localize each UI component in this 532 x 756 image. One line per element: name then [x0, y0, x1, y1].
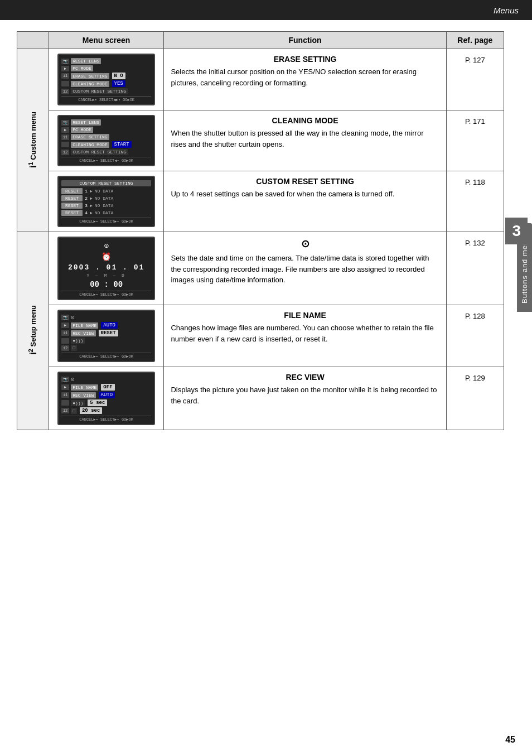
page-number: 45 [505, 735, 515, 745]
cam-footer: CANCEL▶▪ SELECT◀▶▪ GO▶OK [61, 96, 151, 102]
cam-icon: 📷 [61, 59, 69, 64]
i2-icon: i2 [61, 89, 69, 94]
cleaning-mode-ref: P. 171 [446, 110, 504, 171]
table-row: i1 Custom menu 📷 RESET LENS ▶ PC MODE [17, 49, 504, 110]
date-time-func: ⊙ Sets the date and time on the camera. … [164, 232, 446, 305]
table-row: i2 Setup menu ⊙ ⏰ 2003 . 01 . 01 Y — M —… [17, 232, 504, 305]
erase-setting-ref: P. 127 [446, 49, 504, 110]
col-function: Function [164, 32, 446, 49]
main-table: Menu screen Function Ref. page i1 Custom… [17, 31, 504, 430]
date-time-screen: ⊙ ⏰ 2003 . 01 . 01 Y — M — D 00 : 00 CAN… [49, 232, 164, 305]
header-title: Menus [494, 6, 519, 15]
date-time-ref: P. 132 [446, 232, 504, 305]
rec-view-ref: P. 129 [446, 367, 504, 430]
table-row: 📷 ⊙ ▶ FILE NAME OFF i1 REC VIEW AUTO [17, 367, 504, 430]
table-row: CUSTOM RESET SETTING RESET 1 ▶ NO DATA R… [17, 171, 504, 232]
chapter-number: 3 [505, 218, 528, 244]
file-name-screen: 📷 ⊙ ▶ FILE NAME AUTO i1 REC VIEW RESET [49, 305, 164, 367]
setup-menu-label: i2 Setup menu [27, 305, 38, 355]
rec-view-func: REC VIEW Displays the picture you have j… [164, 367, 446, 430]
erase-setting-screen: 📷 RESET LENS ▶ PC MODE i1 ERASE SETTING … [49, 49, 164, 110]
col-ref-page: Ref. page [446, 32, 504, 49]
file-name-ref: P. 128 [446, 305, 504, 367]
section-label-cell: i1 Custom menu [17, 49, 49, 232]
col-section [17, 32, 49, 49]
file-name-func: FILE NAME Changes how image files are nu… [164, 305, 446, 367]
custom-menu-label: i1 Custom menu [27, 112, 38, 168]
custom-reset-ref: P. 118 [446, 171, 504, 232]
table-row: 📷 ⊙ ▶ FILE NAME AUTO i1 REC VIEW RESET [17, 305, 504, 367]
table-row: 📷 RESET LENS ▶ PC MODE i1 ERASE SETTING [17, 110, 504, 171]
erase-setting-func: ERASE SETTING Selects the initial cursor… [164, 49, 446, 110]
setup-section-label-cell: i2 Setup menu [17, 232, 49, 430]
custom-reset-screen: CUSTOM RESET SETTING RESET 1 ▶ NO DATA R… [49, 171, 164, 232]
blank-icon [61, 81, 69, 86]
top-bar: Menus [0, 0, 532, 20]
rec-view-screen: 📷 ⊙ ▶ FILE NAME OFF i1 REC VIEW AUTO [49, 367, 164, 430]
i1-icon: i1 [61, 73, 69, 79]
main-content: Menu screen Function Ref. page i1 Custom… [0, 20, 532, 464]
custom-reset-func: CUSTOM RESET SETTING Up to 4 reset setti… [164, 171, 446, 232]
cleaning-mode-screen: 📷 RESET LENS ▶ PC MODE i1 ERASE SETTING [49, 110, 164, 171]
col-menu-screen: Menu screen [49, 32, 164, 49]
cleaning-mode-func: CLEANING MODE When the shutter button is… [164, 110, 446, 171]
play-icon: ▶ [61, 66, 69, 71]
